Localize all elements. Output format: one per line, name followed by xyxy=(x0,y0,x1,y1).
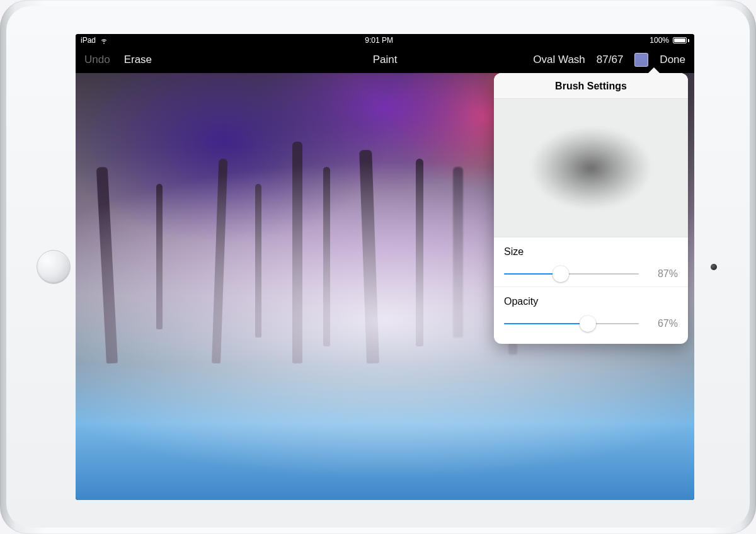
size-slider[interactable] xyxy=(504,265,639,283)
brush-settings-popover: Brush Settings Size 87% xyxy=(494,73,688,344)
size-value: 87% xyxy=(648,268,678,280)
device-label: iPad xyxy=(81,36,96,45)
wifi-icon xyxy=(100,36,108,45)
brush-stats-button[interactable]: 87/67 xyxy=(597,54,624,66)
erase-button[interactable]: Erase xyxy=(124,54,152,66)
app-screen: iPad 9:01 PM 100% Undo Erase xyxy=(76,34,694,500)
front-camera xyxy=(711,264,717,270)
color-swatch[interactable] xyxy=(634,53,648,67)
undo-button[interactable]: Undo xyxy=(84,54,110,66)
opacity-value: 67% xyxy=(648,318,678,329)
status-time: 9:01 PM xyxy=(365,36,393,45)
opacity-label: Opacity xyxy=(504,296,678,307)
opacity-slider[interactable] xyxy=(504,315,639,332)
opacity-control: Opacity 67% xyxy=(494,287,688,344)
brush-preview xyxy=(494,99,688,237)
battery-icon xyxy=(673,37,689,43)
toolbar: Undo Erase Paint Oval Wash 87/67 Done xyxy=(76,47,694,73)
battery-percent: 100% xyxy=(650,36,669,45)
done-button[interactable]: Done xyxy=(660,54,685,66)
brush-preview-stroke xyxy=(531,127,651,209)
ipad-frame: iPad 9:01 PM 100% Undo Erase xyxy=(0,0,756,534)
popover-title: Brush Settings xyxy=(494,73,688,99)
size-control: Size 87% xyxy=(494,237,688,287)
app-title: Paint xyxy=(373,54,398,66)
status-bar: iPad 9:01 PM 100% xyxy=(76,34,694,47)
brush-name-button[interactable]: Oval Wash xyxy=(533,54,585,66)
home-button[interactable] xyxy=(37,250,71,284)
size-label: Size xyxy=(504,246,678,258)
